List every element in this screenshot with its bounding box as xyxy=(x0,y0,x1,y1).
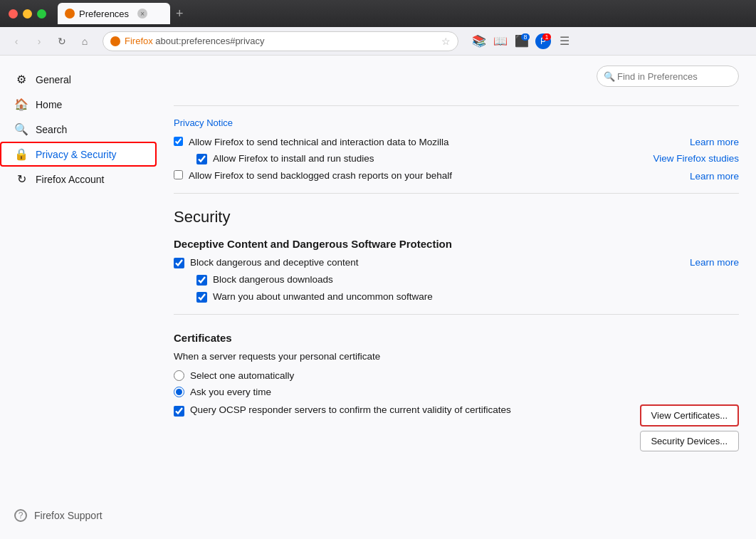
view-certificates-button[interactable]: View Certificates... xyxy=(640,404,739,427)
block-content-row: Block dangerous and deceptive content Le… xyxy=(174,257,739,268)
cert-description: When a server requests your personal cer… xyxy=(174,351,739,362)
sidebar-item-search[interactable]: 🔍 Search xyxy=(0,117,157,142)
tab-favicon xyxy=(65,9,75,19)
block-downloads-checkbox[interactable] xyxy=(196,275,207,286)
warn-software-row: Warn you about unwanted and uncommon sof… xyxy=(196,291,739,303)
sidebar-item-search-label: Search xyxy=(36,124,67,135)
crash-reports-row: Allow Firefox to send backlogged crash r… xyxy=(174,170,739,182)
security-divider xyxy=(174,193,739,194)
block-content-learn-more[interactable]: Learn more xyxy=(690,257,739,268)
url-favicon xyxy=(110,36,120,46)
find-prefs-wrap: 🔍 xyxy=(597,66,739,87)
account-sync-icon: ↻ xyxy=(14,172,28,186)
studies-row: Allow Firefox to install and run studies… xyxy=(196,153,739,164)
crash-reports-left: Allow Firefox to send backlogged crash r… xyxy=(174,170,684,181)
bookmark-star-icon[interactable]: ☆ xyxy=(441,36,451,47)
sidebar-item-home[interactable]: 🏠 Home xyxy=(0,92,157,117)
back-button[interactable]: ‹ xyxy=(7,32,26,51)
sidebar-item-privacy-label: Privacy & Security xyxy=(36,149,117,160)
home-icon: 🏠 xyxy=(14,98,28,111)
extensions-icon[interactable]: ⬛ 8 xyxy=(513,32,531,51)
send-data-row: Allow Firefox to send technical and inte… xyxy=(174,137,739,147)
cert-buttons: View Certificates... Security Devices... xyxy=(640,404,739,451)
tab-title: Preferences xyxy=(79,9,129,19)
crash-reports-learn-more[interactable]: Learn more xyxy=(690,171,739,182)
certificates-section: Certificates When a server requests your… xyxy=(174,332,739,451)
security-devices-button[interactable]: Security Devices... xyxy=(640,431,739,451)
support-icon: ? xyxy=(14,509,27,522)
tab-close-button[interactable]: × xyxy=(137,9,147,19)
navbar: ‹ › ↻ ⌂ Firefox about:preferences#privac… xyxy=(0,27,756,56)
firefox-support-link[interactable]: ? Firefox Support xyxy=(14,503,142,528)
radio-ask-row: Ask you every time xyxy=(174,387,739,397)
find-preferences-container: 🔍 xyxy=(174,56,739,94)
send-data-label: Allow Firefox to send technical and inte… xyxy=(189,137,681,147)
studies-label: Allow Firefox to install and run studies xyxy=(213,153,644,164)
security-heading: Security xyxy=(174,208,739,226)
warn-software-label: Warn you about unwanted and uncommon sof… xyxy=(213,291,739,302)
search-icon: 🔍 xyxy=(14,122,28,136)
general-icon: ⚙ xyxy=(14,73,28,86)
find-preferences-input[interactable] xyxy=(597,66,739,87)
block-content-label: Block dangerous and deceptive content xyxy=(190,257,681,268)
url-path: about:preferences#privacy xyxy=(155,36,264,46)
menu-icon[interactable]: ☰ xyxy=(555,32,574,51)
reload-button[interactable]: ↻ xyxy=(53,32,71,51)
block-downloads-label: Block dangerous downloads xyxy=(213,274,739,285)
url-label: Firefox about:preferences#privacy xyxy=(125,36,437,46)
sidebar: ⚙ General 🏠 Home 🔍 Search 🔒 Privacy & Se… xyxy=(0,56,157,539)
crash-reports-checkbox[interactable] xyxy=(174,170,183,179)
certificates-heading: Certificates xyxy=(174,332,739,344)
ocsp-left: Query OCSP responder servers to confirm … xyxy=(174,404,634,417)
ocsp-label: Query OCSP responder servers to confirm … xyxy=(190,404,634,415)
block-content-checkbox[interactable] xyxy=(174,258,184,268)
radio-auto[interactable] xyxy=(174,370,184,381)
cert-divider xyxy=(174,314,739,315)
send-data-left: Allow Firefox to send technical and inte… xyxy=(174,137,739,147)
send-data-learn-more[interactable]: Learn more xyxy=(690,137,739,147)
profile-icon[interactable]: P 1 xyxy=(534,32,552,51)
crash-reports-right: Learn more xyxy=(690,170,739,182)
close-button[interactable] xyxy=(9,9,18,19)
ocsp-checkbox[interactable] xyxy=(174,406,184,417)
radio-ask[interactable] xyxy=(174,387,184,397)
crash-reports-label: Allow Firefox to send backlogged crash r… xyxy=(189,170,684,181)
url-bar[interactable]: Firefox about:preferences#privacy ☆ xyxy=(103,31,458,51)
maximize-button[interactable] xyxy=(37,9,46,19)
tab-bar: Preferences × + xyxy=(58,3,747,24)
sidebar-item-account-label: Firefox Account xyxy=(36,174,105,185)
firefox-support-label: Firefox Support xyxy=(34,510,103,521)
new-tab-button[interactable]: + xyxy=(170,6,189,21)
radio-auto-row: Select one automatically xyxy=(174,370,739,381)
studies-checkbox[interactable] xyxy=(196,154,207,164)
traffic-lights xyxy=(9,9,46,19)
sidebar-item-general[interactable]: ⚙ General xyxy=(0,67,157,92)
forward-button[interactable]: › xyxy=(30,32,48,51)
active-tab[interactable]: Preferences × xyxy=(58,3,170,24)
top-divider xyxy=(174,105,739,106)
library-icon[interactable]: 📚 xyxy=(470,32,488,51)
view-firefox-studies-link[interactable]: View Firefox studies xyxy=(653,153,739,164)
radio-auto-label: Select one automatically xyxy=(190,370,294,381)
main-layout: ⚙ General 🏠 Home 🔍 Search 🔒 Privacy & Se… xyxy=(0,56,756,539)
lock-icon: 🔒 xyxy=(14,147,28,161)
sidebar-item-privacy[interactable]: 🔒 Privacy & Security xyxy=(0,142,157,167)
block-downloads-row: Block dangerous downloads xyxy=(196,274,739,286)
titlebar: Preferences × + xyxy=(0,0,756,27)
reader-view-icon[interactable]: 📖 xyxy=(491,32,510,51)
radio-ask-label: Ask you every time xyxy=(190,387,271,397)
send-data-checkbox[interactable] xyxy=(174,137,183,146)
nav-icons: 📚 📖 ⬛ 8 P 1 ☰ xyxy=(470,32,574,51)
content-area: 🔍 Privacy Notice Allow Firefox to send t… xyxy=(157,56,756,539)
sidebar-item-firefox-account[interactable]: ↻ Firefox Account xyxy=(0,167,157,192)
sidebar-item-home-label: Home xyxy=(36,99,62,110)
minimize-button[interactable] xyxy=(23,9,32,19)
sidebar-footer: ? Firefox Support xyxy=(0,503,157,528)
warn-software-checkbox[interactable] xyxy=(196,292,207,303)
privacy-notice-link[interactable]: Privacy Notice xyxy=(174,117,739,128)
sidebar-item-general-label: General xyxy=(36,74,71,85)
home-button[interactable]: ⌂ xyxy=(75,32,94,51)
find-search-icon: 🔍 xyxy=(604,71,615,82)
deceptive-content-heading: Deceptive Content and Dangerous Software… xyxy=(174,238,739,250)
ocsp-row: Query OCSP responder servers to confirm … xyxy=(174,404,739,451)
